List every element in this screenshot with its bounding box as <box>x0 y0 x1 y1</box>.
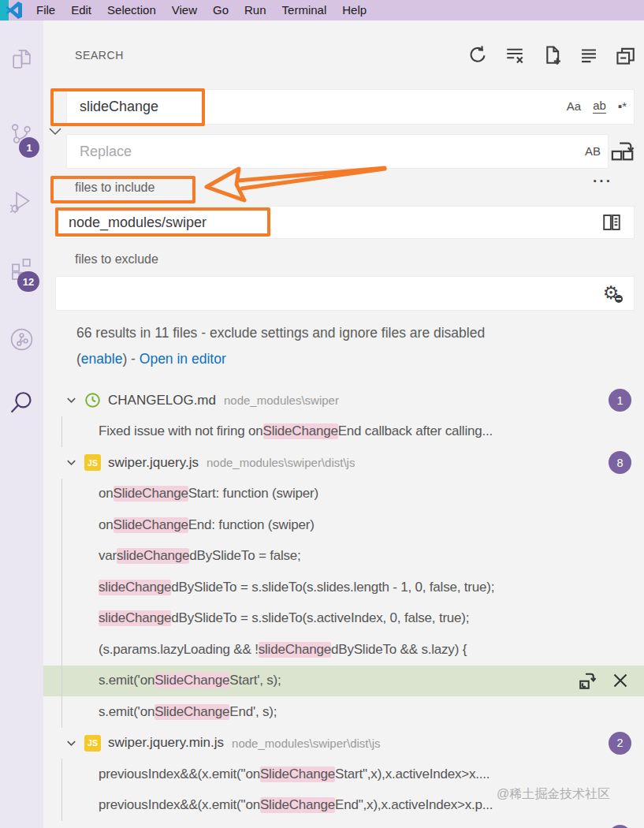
menu-items: FileEditSelectionViewGoRunTerminalHelp <box>28 0 374 21</box>
file-row[interactable]: JS swiper.jquery.min.js node_modules\swi… <box>43 728 644 759</box>
result-text: Start: function (swiper) <box>188 486 318 502</box>
summary-text-2: ) - <box>122 351 139 367</box>
result-text: on <box>99 517 114 533</box>
result-text: dBySlideTo = s.slideTo(s.slides.length -… <box>171 580 494 595</box>
search-result-line[interactable]: s.emit('onSlideChangeEnd', s); <box>43 696 644 728</box>
file-name: swiper.jquery.min.js <box>108 735 224 751</box>
clear-search-results-icon[interactable] <box>504 45 525 65</box>
chevron-down-icon[interactable] <box>65 394 77 406</box>
menu-item-file[interactable]: File <box>28 0 63 21</box>
refresh-icon[interactable] <box>467 45 488 65</box>
result-text: var <box>99 548 117 564</box>
search-options: Aa ab ▪* <box>567 99 627 114</box>
activity-bar: 1 12 <box>0 21 43 828</box>
menu-bar: FileEditSelectionViewGoRunTerminalHelp <box>0 0 644 21</box>
file-row[interactable]: CHANGELOG.md node_modules\swiper 1 <box>43 385 644 416</box>
result-text: End",x),x.activeIndex>x.p... <box>335 797 493 813</box>
run-and-debug-icon[interactable] <box>9 189 34 214</box>
match-highlight: slideChange <box>99 580 171 595</box>
result-actions <box>579 666 630 697</box>
menu-item-terminal[interactable]: Terminal <box>274 0 335 21</box>
result-text: dBySlideTo && s.lazy) { <box>331 642 467 658</box>
menu-item-edit[interactable]: Edit <box>63 0 99 21</box>
menu-item-run[interactable]: Run <box>236 0 274 21</box>
match-highlight: SlideChange <box>263 423 338 439</box>
chevron-down-icon[interactable] <box>65 737 77 749</box>
match-highlight: SlideChange <box>154 673 229 688</box>
watermark: @稀土掘金技术社区 <box>497 786 610 803</box>
file-path: node_modules\swiper\dist\js <box>232 737 380 750</box>
remote-explorer-icon[interactable] <box>9 327 34 352</box>
match-count-badge <box>609 825 631 828</box>
match-case-icon[interactable]: Aa <box>567 100 581 113</box>
match-highlight: SlideChange <box>114 517 188 533</box>
whole-word-icon[interactable]: ab <box>593 99 606 114</box>
result-text: Start', s); <box>229 673 281 688</box>
search-only-open-editors-icon[interactable] <box>601 212 622 233</box>
menu-item-view[interactable]: View <box>164 0 205 21</box>
result-text: Fixed issue with not firing on <box>99 423 263 439</box>
enable-link[interactable]: enable <box>81 351 123 367</box>
replace-all-icon[interactable] <box>611 139 635 162</box>
chevron-down-icon[interactable] <box>65 457 77 468</box>
result-text: dBySlideTo = false; <box>189 548 300 564</box>
file-row[interactable]: JS swiper.jquery.js node_modules\swiper\… <box>43 447 644 479</box>
file-name: CHANGELOG.md <box>108 393 216 408</box>
search-input[interactable] <box>66 89 635 125</box>
file-name: swiper.jquery.js <box>108 455 199 471</box>
changelog-file-icon <box>84 392 101 408</box>
result-text: s.emit('on <box>99 704 154 720</box>
open-new-search-editor-icon[interactable] <box>542 45 562 65</box>
search-result-line[interactable]: (s.params.lazyLoading && !slideChangedBy… <box>43 634 644 666</box>
match-highlight: SlideChange <box>114 486 188 502</box>
replace-icon[interactable] <box>579 671 597 690</box>
search-panel: SEARCH Aa ab ▪* AB files to include ··· <box>43 21 644 828</box>
result-text: dBySlideTo = s.slideTo(s.activeIndex, 0,… <box>171 610 469 626</box>
search-result-line[interactable]: onSlideChangeStart: function (swiper) <box>43 479 644 510</box>
files-to-include-input[interactable] <box>55 206 635 239</box>
toggle-replace-chevron-icon[interactable] <box>47 124 63 140</box>
menu-item-selection[interactable]: Selection <box>99 0 164 21</box>
match-count-badge: 1 <box>609 389 631 412</box>
view-as-list-icon[interactable] <box>579 45 599 65</box>
collapse-all-icon[interactable] <box>616 45 636 65</box>
search-result-line[interactable]: slideChangedBySlideTo = s.slideTo(s.slid… <box>43 572 644 603</box>
search-toolbar <box>467 45 636 65</box>
files-to-exclude-input[interactable] <box>55 276 635 311</box>
search-result-line[interactable]: slideChangedBySlideTo = s.slideTo(s.acti… <box>43 603 644 635</box>
match-count-badge: 2 <box>609 732 631 755</box>
regex-icon[interactable]: ▪* <box>618 100 627 113</box>
preserve-case-icon[interactable]: AB <box>585 144 601 158</box>
result-text: previousIndex&&(x.emit("on <box>99 766 260 782</box>
toggle-search-details-icon[interactable]: ··· <box>593 173 612 190</box>
files-to-include-label: files to include <box>75 181 154 195</box>
result-text: End: function (swiper) <box>188 517 315 533</box>
close-icon[interactable] <box>611 671 630 690</box>
replace-input[interactable] <box>66 134 609 169</box>
search-result-line[interactable]: var slideChangedBySlideTo = false; <box>43 541 644 573</box>
search-icon[interactable] <box>9 390 34 415</box>
result-text: End callback after calling... <box>338 423 493 439</box>
menu-item-go[interactable]: Go <box>205 0 236 21</box>
result-text: previousIndex&&(x.emit("on <box>99 797 260 813</box>
search-result-line[interactable]: Fixed issue with not firing onSlideChang… <box>43 416 644 448</box>
menu-item-help[interactable]: Help <box>334 0 374 21</box>
open-in-editor-link[interactable]: Open in editor <box>140 351 226 367</box>
results-summary: 66 results in 11 files - exclude setting… <box>76 320 518 372</box>
result-text: Start",x),x.activeIndex>x.... <box>335 766 490 782</box>
file-path: node_modules\swiper <box>224 393 339 407</box>
match-highlight: SlideChange <box>260 766 335 782</box>
match-highlight: slideChange <box>117 548 189 564</box>
vscode-logo-icon <box>5 1 24 20</box>
search-result-line[interactable]: previousIndex&&(x.emit("onSlideChangeSta… <box>43 759 644 790</box>
search-result-line[interactable]: onSlideChangeEnd: function (swiper) <box>43 509 644 541</box>
explorer-icon[interactable] <box>9 47 34 72</box>
search-result-line[interactable]: s.emit('onSlideChangeStart', s); <box>43 666 644 697</box>
result-text: (s.params.lazyLoading && ! <box>99 642 259 658</box>
file-row[interactable]: JS <box>43 821 644 828</box>
search-results-tree: CHANGELOG.md node_modules\swiper 1 Fixed… <box>43 385 644 828</box>
exclude-settings-gear-icon[interactable]: ⚙ <box>600 282 622 304</box>
result-text: End', s); <box>229 704 277 720</box>
panel-title: SEARCH <box>75 49 124 62</box>
match-highlight: SlideChange <box>260 797 335 813</box>
